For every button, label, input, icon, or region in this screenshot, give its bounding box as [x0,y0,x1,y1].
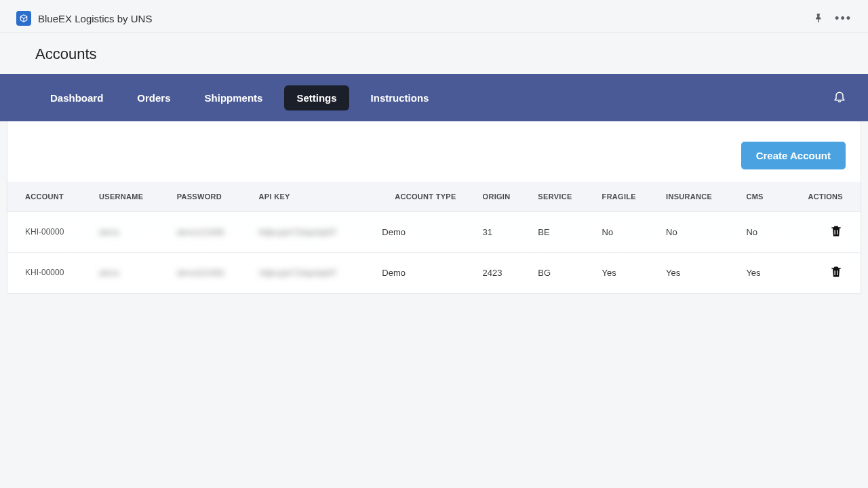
cell-actions [781,253,861,293]
cell-account: KHI-00000 [7,253,92,293]
col-fragile: FRAGILE [595,182,660,212]
app-bar-right: ••• [812,12,852,24]
col-account: ACCOUNT [7,182,92,212]
cell-actions [781,212,861,253]
table-header-row: ACCOUNT USERNAME PASSWORD API KEY ACCOUN… [7,182,861,212]
cell-origin: 31 [476,212,532,253]
app-logo-icon [16,11,31,26]
cell-insurance: No [659,212,739,253]
page-title: Accounts [0,33,868,74]
tab-orders[interactable]: Orders [125,85,182,110]
cell-api-key: 34jbcqdsTZdqs0qk8T [252,253,376,293]
app-title: BlueEX Logistics by UNS [38,13,152,24]
accounts-table: ACCOUNT USERNAME PASSWORD API KEY ACCOUN… [7,182,861,293]
cell-service: BE [531,212,595,253]
nav-tabs: DashboardOrdersShippmentsSettingsInstruc… [38,85,441,110]
col-cms: CMS [739,182,781,212]
tab-dashboard[interactable]: Dashboard [38,85,115,110]
accounts-card: Create Account ACCOUNT USERNAME PASSWORD… [7,121,861,293]
card-toolbar: Create Account [7,121,861,182]
col-service: SERVICE [531,182,595,212]
col-account-type: ACCOUNT TYPE [375,182,475,212]
pin-icon[interactable] [812,12,824,24]
cell-password: demo023450 [170,253,252,293]
nav-bar: DashboardOrdersShippmentsSettingsInstruc… [0,74,868,121]
col-insurance: INSURANCE [659,182,739,212]
cell-api-key: 64jbcqdsTZdqs0qk8T [252,212,376,253]
table-row: KHI-00000demodemo02345034jbcqdsTZdqs0qk8… [7,253,861,293]
app-bar: BlueEX Logistics by UNS ••• [0,7,868,33]
cell-account-type: Demo [375,253,475,293]
table-row: KHI-00000demodemo12345664jbcqdsTZdqs0qk8… [7,212,861,253]
cell-cms: Yes [739,253,781,293]
cell-insurance: Yes [659,253,739,293]
cell-cms: No [739,212,781,253]
more-icon[interactable]: ••• [835,12,852,24]
cell-origin: 2423 [476,253,532,293]
cell-service: BG [531,253,595,293]
app-bar-left: BlueEX Logistics by UNS [16,11,152,26]
cell-password: demo123456 [170,212,252,253]
notification-bell-icon[interactable] [833,89,846,106]
delete-icon[interactable] [829,224,843,238]
delete-icon[interactable] [829,265,843,279]
cell-account: KHI-00000 [7,212,92,253]
cell-account-type: Demo [375,212,475,253]
col-username: USERNAME [92,182,170,212]
cell-fragile: Yes [595,253,660,293]
col-api-key: API KEY [252,182,376,212]
col-password: PASSWORD [170,182,252,212]
col-actions: ACTIONS [781,182,861,212]
tab-instructions[interactable]: Instructions [359,85,441,110]
create-account-button[interactable]: Create Account [741,142,846,169]
cell-username: demo [92,212,170,253]
cell-username: demo [92,253,170,293]
cell-fragile: No [595,212,660,253]
tab-shippments[interactable]: Shippments [193,85,275,110]
tab-settings[interactable]: Settings [284,85,349,110]
col-origin: ORIGIN [476,182,532,212]
